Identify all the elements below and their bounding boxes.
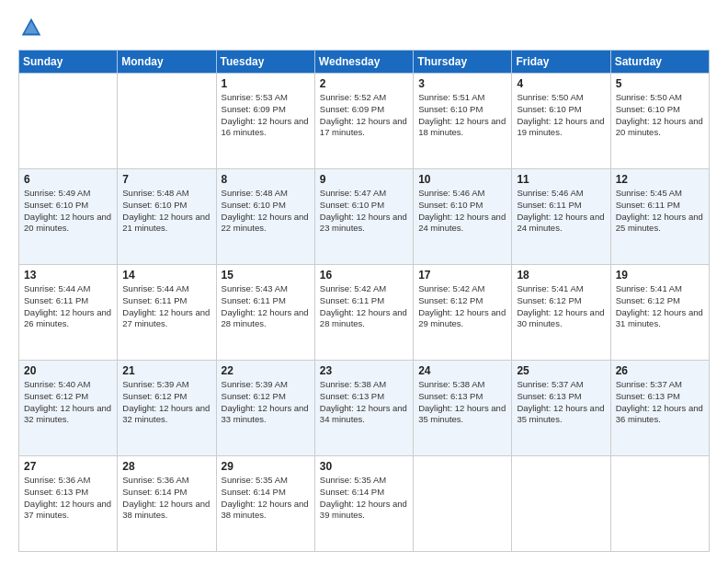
calendar-cell: 28Sunrise: 5:36 AM Sunset: 6:14 PM Dayli… bbox=[118, 456, 216, 552]
day-info: Sunrise: 5:48 AM Sunset: 6:10 PM Dayligh… bbox=[122, 188, 210, 235]
day-number: 20 bbox=[24, 364, 112, 377]
calendar-cell: 4Sunrise: 5:50 AM Sunset: 6:10 PM Daylig… bbox=[512, 74, 610, 169]
day-info: Sunrise: 5:51 AM Sunset: 6:10 PM Dayligh… bbox=[418, 92, 506, 139]
calendar-cell: 22Sunrise: 5:39 AM Sunset: 6:12 PM Dayli… bbox=[216, 361, 314, 456]
day-info: Sunrise: 5:52 AM Sunset: 6:09 PM Dayligh… bbox=[320, 92, 408, 139]
day-number: 25 bbox=[517, 364, 605, 377]
day-info: Sunrise: 5:50 AM Sunset: 6:10 PM Dayligh… bbox=[517, 92, 605, 139]
day-info: Sunrise: 5:53 AM Sunset: 6:09 PM Dayligh… bbox=[222, 92, 310, 139]
weekday-header: Wednesday bbox=[314, 51, 413, 74]
page: SundayMondayTuesdayWednesdayThursdayFrid… bbox=[0, 0, 728, 563]
day-info: Sunrise: 5:35 AM Sunset: 6:14 PM Dayligh… bbox=[222, 475, 310, 522]
weekday-row: SundayMondayTuesdayWednesdayThursdayFrid… bbox=[19, 51, 710, 74]
day-number: 19 bbox=[616, 269, 704, 282]
calendar-cell: 18Sunrise: 5:41 AM Sunset: 6:12 PM Dayli… bbox=[512, 265, 610, 361]
calendar-week: 6Sunrise: 5:49 AM Sunset: 6:10 PM Daylig… bbox=[19, 169, 710, 265]
calendar-cell: 29Sunrise: 5:35 AM Sunset: 6:14 PM Dayli… bbox=[216, 456, 314, 552]
day-number: 15 bbox=[222, 269, 310, 282]
calendar-cell: 16Sunrise: 5:42 AM Sunset: 6:11 PM Dayli… bbox=[314, 265, 413, 361]
calendar-header: SundayMondayTuesdayWednesdayThursdayFrid… bbox=[19, 51, 710, 74]
calendar: SundayMondayTuesdayWednesdayThursdayFrid… bbox=[18, 50, 710, 552]
calendar-cell: 30Sunrise: 5:35 AM Sunset: 6:14 PM Dayli… bbox=[314, 456, 413, 552]
calendar-cell: 7Sunrise: 5:48 AM Sunset: 6:10 PM Daylig… bbox=[118, 169, 216, 265]
calendar-week: 20Sunrise: 5:40 AM Sunset: 6:12 PM Dayli… bbox=[19, 361, 710, 456]
header bbox=[18, 15, 710, 40]
day-number: 17 bbox=[418, 269, 506, 282]
day-number: 10 bbox=[418, 173, 506, 186]
day-info: Sunrise: 5:39 AM Sunset: 6:12 PM Dayligh… bbox=[222, 379, 310, 426]
day-number: 9 bbox=[320, 173, 408, 186]
calendar-week: 13Sunrise: 5:44 AM Sunset: 6:11 PM Dayli… bbox=[19, 265, 710, 361]
weekday-header: Saturday bbox=[610, 51, 709, 74]
day-number: 30 bbox=[320, 460, 408, 473]
day-info: Sunrise: 5:38 AM Sunset: 6:13 PM Dayligh… bbox=[418, 379, 506, 426]
day-number: 23 bbox=[320, 364, 408, 377]
calendar-cell: 21Sunrise: 5:39 AM Sunset: 6:12 PM Dayli… bbox=[118, 361, 216, 456]
weekday-header: Sunday bbox=[19, 51, 118, 74]
calendar-cell: 24Sunrise: 5:38 AM Sunset: 6:13 PM Dayli… bbox=[414, 361, 512, 456]
calendar-cell: 9Sunrise: 5:47 AM Sunset: 6:10 PM Daylig… bbox=[314, 169, 413, 265]
calendar-body: 1Sunrise: 5:53 AM Sunset: 6:09 PM Daylig… bbox=[19, 74, 710, 552]
day-info: Sunrise: 5:36 AM Sunset: 6:13 PM Dayligh… bbox=[24, 475, 112, 522]
day-number: 5 bbox=[616, 77, 704, 90]
day-number: 3 bbox=[418, 77, 506, 90]
calendar-cell: 23Sunrise: 5:38 AM Sunset: 6:13 PM Dayli… bbox=[314, 361, 413, 456]
calendar-cell: 14Sunrise: 5:44 AM Sunset: 6:11 PM Dayli… bbox=[118, 265, 216, 361]
day-number: 29 bbox=[222, 460, 310, 473]
calendar-cell: 15Sunrise: 5:43 AM Sunset: 6:11 PM Dayli… bbox=[216, 265, 314, 361]
calendar-cell: 12Sunrise: 5:45 AM Sunset: 6:11 PM Dayli… bbox=[610, 169, 709, 265]
day-number: 13 bbox=[24, 269, 112, 282]
day-number: 24 bbox=[418, 364, 506, 377]
day-info: Sunrise: 5:44 AM Sunset: 6:11 PM Dayligh… bbox=[122, 283, 210, 330]
day-info: Sunrise: 5:44 AM Sunset: 6:11 PM Dayligh… bbox=[24, 283, 112, 330]
calendar-cell bbox=[118, 74, 216, 169]
calendar-cell: 25Sunrise: 5:37 AM Sunset: 6:13 PM Dayli… bbox=[512, 361, 610, 456]
calendar-week: 27Sunrise: 5:36 AM Sunset: 6:13 PM Dayli… bbox=[19, 456, 710, 552]
day-number: 1 bbox=[222, 77, 310, 90]
day-info: Sunrise: 5:35 AM Sunset: 6:14 PM Dayligh… bbox=[320, 475, 408, 522]
day-info: Sunrise: 5:38 AM Sunset: 6:13 PM Dayligh… bbox=[320, 379, 408, 426]
day-number: 16 bbox=[320, 269, 408, 282]
day-number: 8 bbox=[222, 173, 310, 186]
day-info: Sunrise: 5:45 AM Sunset: 6:11 PM Dayligh… bbox=[616, 188, 704, 235]
day-info: Sunrise: 5:47 AM Sunset: 6:10 PM Dayligh… bbox=[320, 188, 408, 235]
day-info: Sunrise: 5:49 AM Sunset: 6:10 PM Dayligh… bbox=[24, 188, 112, 235]
calendar-cell: 5Sunrise: 5:50 AM Sunset: 6:10 PM Daylig… bbox=[610, 74, 709, 169]
day-info: Sunrise: 5:37 AM Sunset: 6:13 PM Dayligh… bbox=[517, 379, 605, 426]
day-number: 18 bbox=[517, 269, 605, 282]
day-info: Sunrise: 5:37 AM Sunset: 6:13 PM Dayligh… bbox=[616, 379, 704, 426]
day-number: 11 bbox=[517, 173, 605, 186]
logo-icon bbox=[18, 15, 44, 40]
day-number: 2 bbox=[320, 77, 408, 90]
calendar-cell: 19Sunrise: 5:41 AM Sunset: 6:12 PM Dayli… bbox=[610, 265, 709, 361]
calendar-week: 1Sunrise: 5:53 AM Sunset: 6:09 PM Daylig… bbox=[19, 74, 710, 169]
day-number: 28 bbox=[122, 460, 210, 473]
calendar-cell: 8Sunrise: 5:48 AM Sunset: 6:10 PM Daylig… bbox=[216, 169, 314, 265]
calendar-cell: 11Sunrise: 5:46 AM Sunset: 6:11 PM Dayli… bbox=[512, 169, 610, 265]
day-info: Sunrise: 5:40 AM Sunset: 6:12 PM Dayligh… bbox=[24, 379, 112, 426]
calendar-cell: 3Sunrise: 5:51 AM Sunset: 6:10 PM Daylig… bbox=[414, 74, 512, 169]
day-info: Sunrise: 5:39 AM Sunset: 6:12 PM Dayligh… bbox=[122, 379, 210, 426]
day-info: Sunrise: 5:48 AM Sunset: 6:10 PM Dayligh… bbox=[222, 188, 310, 235]
day-number: 27 bbox=[24, 460, 112, 473]
day-info: Sunrise: 5:46 AM Sunset: 6:10 PM Dayligh… bbox=[418, 188, 506, 235]
day-info: Sunrise: 5:41 AM Sunset: 6:12 PM Dayligh… bbox=[517, 283, 605, 330]
day-number: 12 bbox=[616, 173, 704, 186]
day-number: 21 bbox=[122, 364, 210, 377]
day-number: 6 bbox=[24, 173, 112, 186]
calendar-cell bbox=[610, 456, 709, 552]
day-number: 4 bbox=[517, 77, 605, 90]
calendar-cell: 17Sunrise: 5:42 AM Sunset: 6:12 PM Dayli… bbox=[414, 265, 512, 361]
weekday-header: Friday bbox=[512, 51, 610, 74]
weekday-header: Monday bbox=[118, 51, 216, 74]
calendar-cell bbox=[512, 456, 610, 552]
calendar-cell bbox=[19, 74, 118, 169]
day-info: Sunrise: 5:36 AM Sunset: 6:14 PM Dayligh… bbox=[122, 475, 210, 522]
day-info: Sunrise: 5:42 AM Sunset: 6:11 PM Dayligh… bbox=[320, 283, 408, 330]
day-info: Sunrise: 5:42 AM Sunset: 6:12 PM Dayligh… bbox=[418, 283, 506, 330]
calendar-cell: 10Sunrise: 5:46 AM Sunset: 6:10 PM Dayli… bbox=[414, 169, 512, 265]
calendar-cell: 13Sunrise: 5:44 AM Sunset: 6:11 PM Dayli… bbox=[19, 265, 118, 361]
calendar-cell: 20Sunrise: 5:40 AM Sunset: 6:12 PM Dayli… bbox=[19, 361, 118, 456]
calendar-cell: 2Sunrise: 5:52 AM Sunset: 6:09 PM Daylig… bbox=[314, 74, 413, 169]
calendar-cell: 27Sunrise: 5:36 AM Sunset: 6:13 PM Dayli… bbox=[19, 456, 118, 552]
